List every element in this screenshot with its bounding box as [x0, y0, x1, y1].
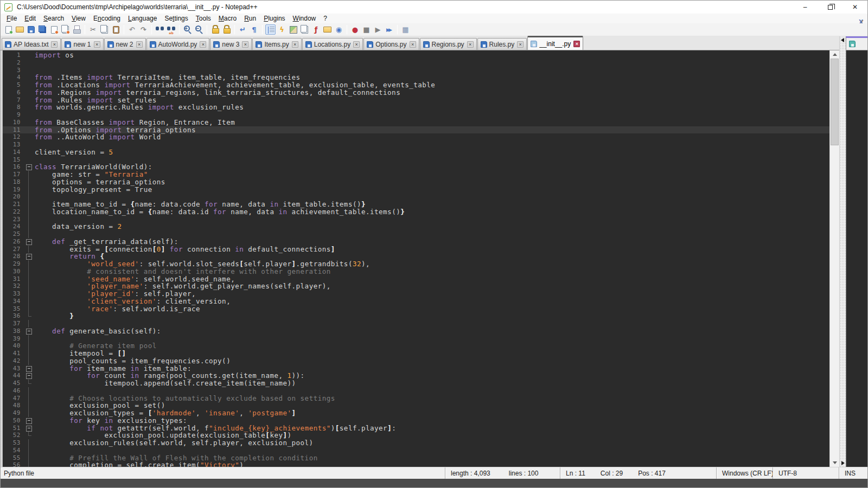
copy-icon[interactable]	[99, 24, 110, 35]
redo-icon[interactable]: ↷	[138, 24, 149, 35]
scroll-down-icon[interactable]	[830, 459, 839, 467]
fold-marker-icon[interactable]	[24, 328, 33, 335]
macro-record-icon[interactable]: ●	[350, 24, 360, 35]
code-line[interactable]: 10from BaseClasses import Region, Entran…	[3, 119, 829, 126]
fold-marker-icon[interactable]	[24, 163, 33, 171]
menu-item-search[interactable]: Search	[40, 14, 68, 23]
zoom-out-icon[interactable]: −	[194, 24, 204, 35]
menu-item-language[interactable]: Language	[124, 14, 161, 23]
code-line[interactable]: 43 for item_name in item_table:	[3, 365, 829, 373]
code-line[interactable]: 45 itempool.append(self.create_item(item…	[3, 380, 829, 387]
menu-item-settings[interactable]: Settings	[161, 14, 192, 23]
close-all-documents-icon[interactable]	[60, 24, 71, 35]
code-line[interactable]: 25	[3, 230, 829, 238]
splitter-left-arrow-icon[interactable]	[841, 38, 844, 42]
code-line[interactable]: 23	[3, 216, 829, 223]
tab-close-icon[interactable]: ×	[200, 41, 206, 48]
code-line[interactable]: 11from .Options import terraria_options	[3, 126, 829, 134]
tab-close-icon[interactable]: ×	[573, 41, 580, 47]
code-line[interactable]: 1import os	[3, 52, 829, 59]
tab-new-2[interactable]: new 2×	[104, 38, 146, 50]
show-all-characters-icon[interactable]: ¶	[249, 24, 259, 35]
tab-locations-py[interactable]: Locations.py×	[302, 38, 363, 50]
code-line[interactable]: 14client_version = 5	[3, 149, 829, 156]
code-line[interactable]: 55 # Prefill the Wall of Flesh with the …	[3, 454, 829, 462]
menu-item-help[interactable]: ?	[320, 14, 331, 23]
code-line[interactable]: 49 exclusion_types = ['hardmode', 'insan…	[3, 409, 829, 417]
tab-close-icon[interactable]: ×	[517, 41, 524, 48]
tab-close-icon[interactable]: ×	[353, 41, 360, 48]
menu-item-edit[interactable]: Edit	[21, 14, 40, 23]
code-line[interactable]: 15	[3, 156, 829, 164]
tab-close-icon[interactable]: ×	[292, 41, 298, 48]
folder-as-workspace-icon[interactable]	[322, 24, 333, 35]
tab-rules-py[interactable]: Rules.py×	[477, 38, 527, 50]
status-encoding[interactable]: UTF-8	[773, 467, 839, 479]
fold-marker-icon[interactable]	[24, 425, 33, 432]
tab-close-icon[interactable]: ×	[136, 41, 143, 48]
menu-item-view[interactable]: View	[68, 14, 90, 23]
code-line[interactable]: 54	[3, 447, 829, 454]
code-line[interactable]: 37	[3, 320, 829, 328]
paste-icon[interactable]	[111, 24, 121, 35]
code-line[interactable]: 50 for key in exclusion_types:	[3, 417, 829, 425]
menu-item-plugins[interactable]: Plugins	[260, 14, 289, 23]
code-line[interactable]: 39	[3, 335, 829, 343]
code-line[interactable]: 26 def _get_terraria_data(self):	[3, 238, 829, 246]
new-file-icon[interactable]	[3, 24, 14, 35]
macro-play-icon[interactable]: ▶	[373, 24, 383, 35]
code-line[interactable]: 16class TerrariaWorld(World):	[3, 163, 829, 171]
code-line[interactable]: 42 pool_counts = item_frequencies.copy()	[3, 357, 829, 365]
menu-item-file[interactable]: File	[3, 14, 21, 23]
code-line[interactable]: 36 }	[3, 312, 829, 320]
code-line[interactable]: 41 itempool = []	[3, 350, 829, 357]
code-line[interactable]: 35 'race': self.world.is_race	[3, 305, 829, 313]
secondary-view-tab[interactable]	[846, 36, 867, 50]
code-line[interactable]: 24 data_version = 2	[3, 223, 829, 230]
zoom-in-icon[interactable]: +	[182, 24, 193, 35]
code-line[interactable]: 6from .Regions import terraria_regions, …	[3, 89, 829, 97]
tab-ap-ideas-txt[interactable]: AP Ideas.txt×	[2, 38, 61, 50]
code-line[interactable]: 40 # Generate item pool	[3, 342, 829, 350]
code-line[interactable]: 48 exclusion_pool = set()	[3, 402, 829, 409]
code-line[interactable]: 21 item_name_to_id = {name: data.code fo…	[3, 201, 829, 208]
macro-run-multiple-icon[interactable]: ▶▶	[384, 24, 394, 35]
code-line[interactable]: 17 game: str = "Terraria"	[3, 171, 829, 178]
code-line[interactable]: 9	[3, 111, 829, 119]
find-icon[interactable]	[155, 24, 165, 35]
sync-vertical-scroll-icon[interactable]	[210, 24, 220, 35]
tab-new-3[interactable]: new 3×	[210, 38, 252, 50]
code-line[interactable]: 13	[3, 141, 829, 149]
code-line[interactable]: 7from .Rules import set_rules	[3, 97, 829, 104]
fold-marker-icon[interactable]	[24, 253, 33, 260]
code-line[interactable]: 38 def generate_basic(self):	[3, 328, 829, 335]
code-line[interactable]: 56 completion = self.create_item("Victor…	[3, 461, 829, 467]
code-line[interactable]: 2	[3, 59, 829, 67]
code-line[interactable]: 27 exits = [connection[0] for connection…	[3, 246, 829, 253]
tab-init-py[interactable]: __init__.py×	[527, 36, 583, 50]
code-line[interactable]: 32 'player_name': self.world.get_player_…	[3, 282, 829, 290]
status-eol-format[interactable]: Windows (CR LF)	[716, 467, 773, 479]
function-list-icon[interactable]: ƒ	[311, 24, 321, 35]
menu-item-macro[interactable]: Macro	[215, 14, 240, 23]
tab-new-1[interactable]: new 1×	[61, 38, 103, 50]
cut-icon[interactable]: ✂	[88, 24, 98, 35]
close-button[interactable]: ✕	[843, 1, 867, 14]
tab-options-py[interactable]: Options.py×	[363, 38, 419, 50]
edit-toolbar-icon[interactable]: ▦	[400, 24, 411, 35]
code-line[interactable]: 28 return {	[3, 253, 829, 260]
code-line[interactable]: 12from ..AutoWorld import World	[3, 133, 829, 141]
save-all-icon[interactable]	[37, 24, 48, 35]
tab-close-icon[interactable]: ×	[410, 41, 416, 48]
code-line[interactable]: 46	[3, 387, 829, 395]
code-line[interactable]: 5from .Locations import TerrariaAchievem…	[3, 81, 829, 89]
code-line[interactable]: 31 'seed_name': self.world.seed_name,	[3, 275, 829, 283]
tab-autoworld-py[interactable]: AutoWorld.py×	[146, 38, 210, 50]
splitter-right-arrow-icon[interactable]	[841, 461, 845, 465]
code-line[interactable]: 19 topology_present = True	[3, 186, 829, 194]
menu-item-run[interactable]: Run	[240, 14, 260, 23]
code-line[interactable]: 33 'player_id': self.player,	[3, 290, 829, 298]
code-line[interactable]: 8from worlds.generic.Rules import exclus…	[3, 104, 829, 111]
code-line[interactable]: 3	[3, 67, 829, 74]
view-splitter[interactable]	[839, 36, 846, 467]
